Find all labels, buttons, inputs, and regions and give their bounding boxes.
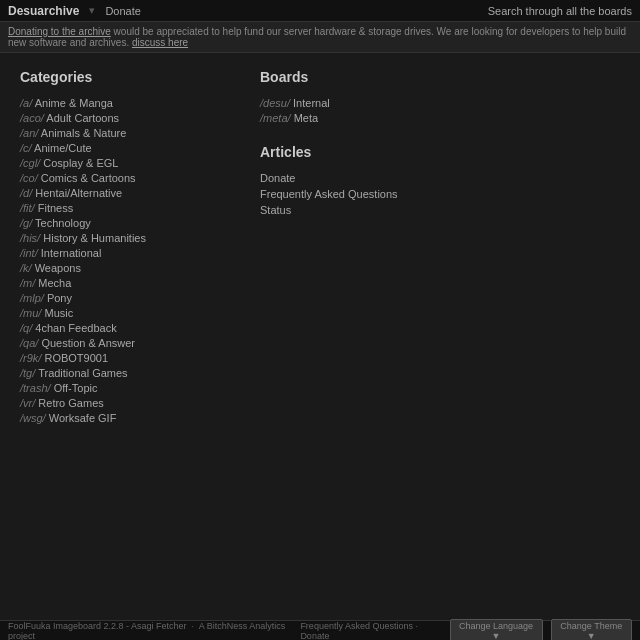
category-name: Worksafe GIF: [49, 412, 117, 424]
board-link[interactable]: /desu/ Internal: [260, 97, 330, 109]
list-item: /fit/ Fitness: [20, 202, 220, 214]
category-link[interactable]: /fit/ Fitness: [20, 202, 73, 214]
category-name: Mecha: [38, 277, 71, 289]
main-content: Categories /a/ Anime & Manga/aco/ Adult …: [0, 53, 640, 460]
category-shortcode: /g/: [20, 217, 32, 229]
category-name: Pony: [47, 292, 72, 304]
board-shortcode: /meta/: [260, 112, 291, 124]
category-link[interactable]: /qa/ Question & Answer: [20, 337, 135, 349]
list-item: /tg/ Traditional Games: [20, 367, 220, 379]
category-shortcode: /int/: [20, 247, 38, 259]
category-shortcode: /d/: [20, 187, 32, 199]
category-link[interactable]: /tg/ Traditional Games: [20, 367, 128, 379]
footer-links: Frequently Asked Questions · Donate: [300, 621, 441, 641]
board-shortcode: /desu/: [260, 97, 290, 109]
category-link[interactable]: /aco/ Adult Cartoons: [20, 112, 119, 124]
list-item: /co/ Comics & Cartoons: [20, 172, 220, 184]
board-name: Meta: [294, 112, 318, 124]
list-item: /int/ International: [20, 247, 220, 259]
category-name: Animals & Nature: [41, 127, 127, 139]
header-search-label: Search through all the boards: [488, 5, 632, 17]
notice-bar: Donating to the archive would be appreci…: [0, 22, 640, 53]
category-link[interactable]: /c/ Anime/Cute: [20, 142, 92, 154]
list-item: /r9k/ ROBOT9001: [20, 352, 220, 364]
language-button[interactable]: Change Language ▼: [450, 619, 543, 641]
notice-discuss-link[interactable]: discuss here: [132, 37, 188, 48]
category-shortcode: /vr/: [20, 397, 35, 409]
notice-donate-link[interactable]: Donating to the archive: [8, 26, 111, 37]
category-link[interactable]: /d/ Hentai/Alternative: [20, 187, 122, 199]
category-name: Retro Games: [38, 397, 103, 409]
list-item: /cgl/ Cosplay & EGL: [20, 157, 220, 169]
category-shortcode: /an/: [20, 127, 38, 139]
category-name: Fitness: [38, 202, 73, 214]
category-name: Traditional Games: [38, 367, 127, 379]
category-shortcode: /mlp/: [20, 292, 44, 304]
boards-list: /desu/ Internal/meta/ Meta: [260, 97, 440, 124]
articles-heading: Articles: [260, 144, 440, 162]
category-name: Anime/Cute: [34, 142, 91, 154]
list-item: /an/ Animals & Nature: [20, 127, 220, 139]
category-link[interactable]: /an/ Animals & Nature: [20, 127, 126, 139]
list-item: /desu/ Internal: [260, 97, 440, 109]
header-donate-link[interactable]: Donate: [105, 5, 140, 17]
list-item: /m/ Mecha: [20, 277, 220, 289]
category-name: Technology: [35, 217, 91, 229]
list-item: /trash/ Off-Topic: [20, 382, 220, 394]
list-item: /qa/ Question & Answer: [20, 337, 220, 349]
category-link[interactable]: /mu/ Music: [20, 307, 73, 319]
category-link[interactable]: /his/ History & Humanities: [20, 232, 146, 244]
site-title[interactable]: Desuarchive: [8, 4, 79, 18]
category-shortcode: /cgl/: [20, 157, 40, 169]
category-name: International: [41, 247, 102, 259]
category-name: Music: [44, 307, 73, 319]
category-shortcode: /tg/: [20, 367, 35, 379]
category-link[interactable]: /r9k/ ROBOT9001: [20, 352, 108, 364]
category-name: 4chan Feedback: [35, 322, 116, 334]
footer-left: FoolFuuka Imageboard 2.2.8 - Asagi Fetch…: [8, 621, 300, 641]
category-shortcode: /aco/: [20, 112, 44, 124]
article-link[interactable]: Donate: [260, 172, 295, 184]
category-link[interactable]: /trash/ Off-Topic: [20, 382, 97, 394]
list-item: /aco/ Adult Cartoons: [20, 112, 220, 124]
list-item: /g/ Technology: [20, 217, 220, 229]
categories-list: /a/ Anime & Manga/aco/ Adult Cartoons/an…: [20, 97, 220, 424]
list-item: /d/ Hentai/Alternative: [20, 187, 220, 199]
footer-right: Frequently Asked Questions · Donate Chan…: [300, 619, 632, 641]
category-link[interactable]: /wsg/ Worksafe GIF: [20, 412, 116, 424]
categories-heading: Categories: [20, 69, 220, 87]
category-link[interactable]: /vr/ Retro Games: [20, 397, 104, 409]
category-link[interactable]: /int/ International: [20, 247, 101, 259]
category-link[interactable]: /m/ Mecha: [20, 277, 71, 289]
category-shortcode: /fit/: [20, 202, 35, 214]
category-link[interactable]: /k/ Weapons: [20, 262, 81, 274]
category-link[interactable]: /q/ 4chan Feedback: [20, 322, 117, 334]
category-name: Anime & Manga: [35, 97, 113, 109]
category-shortcode: /c/: [20, 142, 32, 154]
right-column: Boards /desu/ Internal/meta/ Meta Articl…: [260, 69, 440, 444]
category-name: Cosplay & EGL: [43, 157, 118, 169]
category-name: Off-Topic: [54, 382, 98, 394]
category-shortcode: /trash/: [20, 382, 51, 394]
list-item: Donate: [260, 172, 440, 184]
category-link[interactable]: /mlp/ Pony: [20, 292, 72, 304]
footer: FoolFuuka Imageboard 2.2.8 - Asagi Fetch…: [0, 620, 640, 640]
category-link[interactable]: /a/ Anime & Manga: [20, 97, 113, 109]
left-column: Categories /a/ Anime & Manga/aco/ Adult …: [20, 69, 220, 444]
list-item: Status: [260, 204, 440, 216]
list-item: /c/ Anime/Cute: [20, 142, 220, 154]
category-link[interactable]: /co/ Comics & Cartoons: [20, 172, 136, 184]
board-link[interactable]: /meta/ Meta: [260, 112, 318, 124]
list-item: /q/ 4chan Feedback: [20, 322, 220, 334]
category-name: Adult Cartoons: [46, 112, 119, 124]
category-shortcode: /qa/: [20, 337, 38, 349]
category-link[interactable]: /g/ Technology: [20, 217, 91, 229]
article-link[interactable]: Status: [260, 204, 291, 216]
category-name: Weapons: [35, 262, 81, 274]
category-shortcode: /co/: [20, 172, 38, 184]
theme-button[interactable]: Change Theme ▼: [551, 619, 632, 641]
category-name: ROBOT9001: [44, 352, 108, 364]
category-link[interactable]: /cgl/ Cosplay & EGL: [20, 157, 118, 169]
category-name: Comics & Cartoons: [41, 172, 136, 184]
article-link[interactable]: Frequently Asked Questions: [260, 188, 398, 200]
